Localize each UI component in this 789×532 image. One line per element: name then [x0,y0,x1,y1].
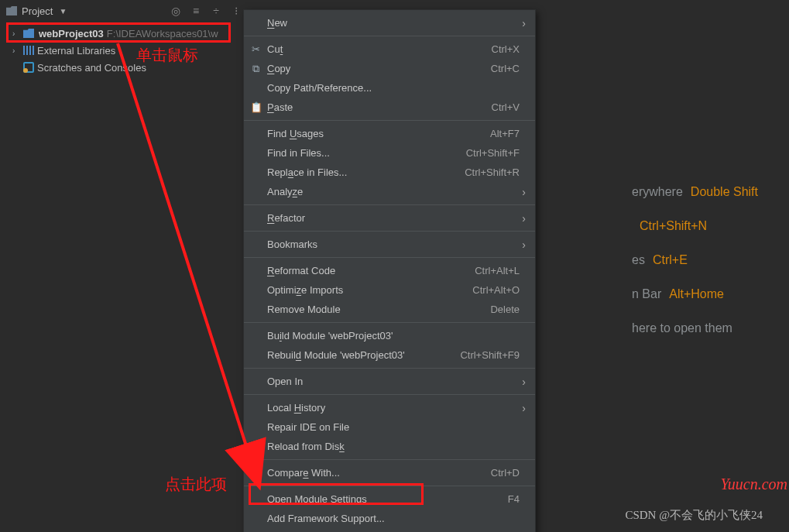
chevron-down-icon[interactable]: ▼ [57,7,67,15]
menu-item[interactable]: Replace in Files...Ctrl+Shift+R [244,163,535,182]
menu-item-label: Cut [267,43,283,55]
menu-item-shortcut: Alt+F7 [490,128,520,139]
scratches-label: Scratches and Consoles [37,62,146,74]
welcome-line: erywhereDouble Shift [632,175,758,209]
menu-item[interactable]: Local History [244,398,535,417]
menu-item-icon: ✂ [250,43,262,55]
tree-row-external-libraries[interactable]: › External Libraries [6,42,246,59]
menu-item[interactable]: ⧉CopyCtrl+C [244,59,535,78]
menu-item-label: Paste [267,101,293,113]
module-folder-icon [23,29,34,38]
menu-item[interactable]: Find UsagesAlt+F7 [244,124,535,143]
menu-item[interactable]: Repair IDE on File [244,417,535,437]
menu-item-shortcut: Delete [490,304,520,315]
menu-item[interactable]: New [244,13,535,33]
menu-separator [244,486,535,486]
welcome-line: here to open them [632,311,758,345]
menu-item-shortcut: Ctrl+Shift+F [466,147,520,159]
settings-icon[interactable]: ⁝ [231,5,242,17]
menu-item[interactable]: Open Module SettingsF4 [244,489,535,509]
menu-item-icon: ⧉ [250,63,262,75]
menu-item-shortcut: F4 [508,493,520,505]
welcome-line: n BarAlt+Home [632,277,758,311]
scratches-icon [23,62,34,73]
welcome-shortcut: Ctrl+E [653,243,688,277]
menu-item-label: Local History [267,402,325,414]
project-panel-header[interactable]: Project ▼ ◎ ≡ ÷ ⁝ [6,0,246,22]
menu-item-label: Find in Files... [267,147,330,159]
target-icon[interactable]: ◎ [170,5,181,17]
menu-item-shortcut: Ctrl+X [492,43,520,55]
menu-item-label: Reformat Code [267,265,335,276]
project-tree: › webProject03 F:\IDEAWorkspaces01\w › E… [6,22,246,76]
welcome-text: es [632,243,645,277]
menu-item[interactable]: Open In [244,372,535,391]
welcome-shortcut: Alt+Home [669,277,724,311]
menu-item-label: Reload from Disk [267,441,345,452]
menu-separator [244,322,535,323]
menu-item[interactable]: Build Module 'webProject03' [244,326,535,345]
welcome-text: erywhere [632,175,683,209]
menu-item-shortcut: Ctrl+Alt+L [475,265,520,276]
context-menu: New✂CutCtrl+X⧉CopyCtrl+CCopy Path/Refere… [243,9,536,532]
collapse-icon[interactable]: ÷ [211,5,221,17]
menu-item[interactable]: Refactor [244,208,535,228]
external-libraries-label: External Libraries [37,45,115,57]
menu-item-shortcut: Ctrl+C [491,63,520,74]
menu-item[interactable]: Analyze [244,182,535,201]
menu-item[interactable]: Reformat CodeCtrl+Alt+L [244,261,535,280]
menu-separator [244,394,535,395]
menu-item[interactable]: Mark Directory as [244,528,535,532]
menu-item[interactable]: Find in Files...Ctrl+Shift+F [244,143,535,163]
chevron-right-icon[interactable]: › [12,29,20,38]
watermark-site: Yuucn.com [721,475,787,493]
welcome-line: Ctrl+Shift+N [632,209,758,243]
menu-item[interactable]: Add Framework Support... [244,509,535,528]
menu-separator [244,204,535,205]
filter-icon[interactable]: ≡ [190,5,201,17]
panel-title: Project [22,5,53,17]
menu-item[interactable]: ✂CutCtrl+X [244,39,535,59]
chevron-right-icon[interactable]: › [12,46,20,55]
menu-item-shortcut: Ctrl+D [491,467,520,479]
welcome-text: n Bar [632,277,661,311]
menu-item[interactable]: ↻Reload from Disk [244,437,535,456]
menu-item[interactable]: ⎌Compare With...Ctrl+D [244,463,535,482]
menu-item[interactable]: Copy Path/Reference... [244,78,535,98]
libraries-icon [23,46,34,55]
menu-item-label: Find Usages [267,128,324,139]
menu-item-shortcut: Ctrl+Shift+R [465,166,520,178]
menu-item-label: Repair IDE on File [267,421,349,433]
menu-item-label: Copy [267,63,290,74]
menu-item[interactable]: Remove ModuleDelete [244,300,535,319]
project-icon [6,6,17,15]
project-name: webProject03 [39,28,104,39]
menu-item[interactable]: Bookmarks [244,235,535,254]
menu-separator [244,231,535,232]
menu-separator [244,368,535,369]
menu-separator [244,459,535,460]
menu-item-shortcut: Ctrl+V [492,101,520,113]
menu-item-icon: ⎌ [250,467,262,479]
menu-item[interactable]: Optimize ImportsCtrl+Alt+O [244,280,535,300]
menu-item-label: Rebuild Module 'webProject03' [267,349,405,361]
svg-line-1 [118,43,259,485]
menu-item-label: Bookmarks [267,239,317,250]
annotation-click-label: 单击鼠标 [136,45,198,66]
tree-row-scratches[interactable]: › Scratches and Consoles [6,59,246,76]
menu-item[interactable]: Rebuild Module 'webProject03'Ctrl+Shift+… [244,345,535,365]
menu-separator [244,257,535,258]
menu-item-icon: 📋 [250,101,262,113]
menu-item[interactable]: 📋PasteCtrl+V [244,98,535,117]
menu-item-label: Build Module 'webProject03' [267,330,393,342]
annotation-hint-label: 点击此项 [165,474,227,495]
menu-item-label: Refactor [267,212,305,224]
welcome-hints: erywhereDouble ShiftCtrl+Shift+NesCtrl+E… [632,175,758,345]
menu-separator [244,36,535,36]
welcome-shortcut: Ctrl+Shift+N [640,209,707,243]
menu-item-label: Remove Module [267,304,341,315]
menu-item-label: Compare With... [267,467,340,479]
welcome-line: esCtrl+E [632,243,758,277]
menu-item-shortcut: Ctrl+Shift+F9 [460,349,520,361]
tree-row-project[interactable]: › webProject03 F:\IDEAWorkspaces01\w [6,25,246,42]
